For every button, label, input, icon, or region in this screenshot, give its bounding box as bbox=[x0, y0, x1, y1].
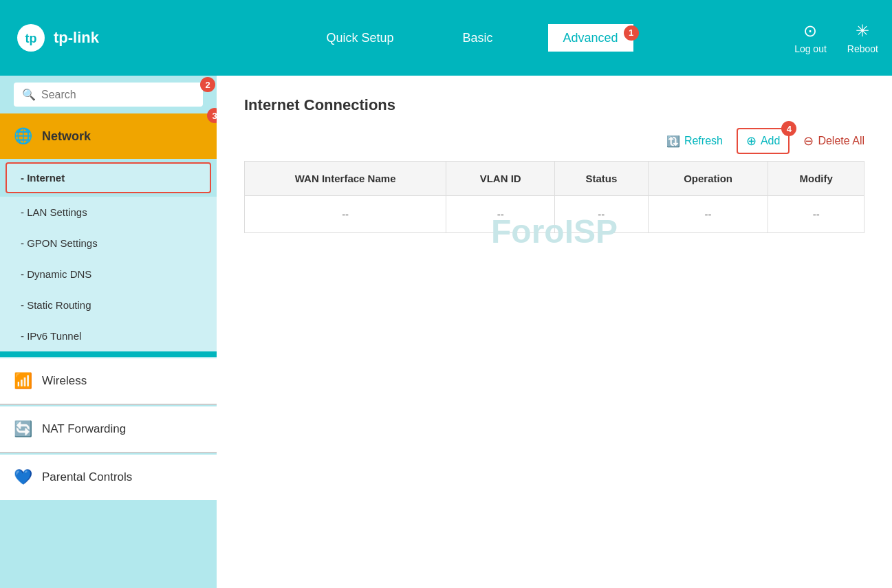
header: tp tp-link Quick Setup Basic Advanced 1 … bbox=[0, 0, 892, 76]
refresh-label: Refresh bbox=[684, 135, 723, 147]
badge-add: 4 bbox=[781, 121, 796, 136]
sidebar-subitem-gpon[interactable]: - GPON Settings bbox=[0, 228, 217, 259]
cell-operation: -- bbox=[648, 196, 768, 233]
sidebar-subitem-ddns[interactable]: - Dynamic DNS bbox=[0, 259, 217, 290]
sidebar-subitem-static-routing[interactable]: - Static Routing bbox=[0, 290, 217, 320]
col-status: Status bbox=[555, 162, 649, 196]
table-body: -- -- -- -- -- bbox=[245, 196, 864, 233]
sidebar-subitem-internet-label: - Internet bbox=[21, 172, 65, 184]
nav-quick-setup[interactable]: Quick Setup bbox=[312, 25, 407, 51]
refresh-button[interactable]: 🔃 Refresh bbox=[666, 135, 723, 148]
sidebar-parental-label: Parental Controls bbox=[42, 470, 132, 484]
sidebar-subitem-ipv6-label: - IPv6 Tunnel bbox=[21, 330, 81, 342]
nav-area: Quick Setup Basic Advanced 1 bbox=[151, 25, 794, 51]
header-actions: ⊙ Log out ✳ Reboot bbox=[794, 21, 878, 54]
sidebar-subitem-internet[interactable]: - Internet bbox=[6, 162, 211, 193]
nat-icon: 🔄 bbox=[14, 420, 32, 438]
reboot-action[interactable]: ✳ Reboot bbox=[847, 21, 878, 54]
sidebar-divider-2 bbox=[0, 404, 217, 405]
tp-link-logo: tp bbox=[14, 21, 48, 55]
sidebar-subitem-ipv6[interactable]: - IPv6 Tunnel bbox=[0, 320, 217, 351]
toolbar: 🔃 Refresh ⊕ Add 4 ⊖ Delete All bbox=[244, 128, 864, 154]
add-icon: ⊕ bbox=[746, 133, 757, 149]
sidebar-item-network[interactable]: 🌐 Network 3 bbox=[0, 113, 217, 159]
sidebar-subitem-lan[interactable]: - LAN Settings bbox=[0, 197, 217, 228]
reboot-label: Reboot bbox=[847, 43, 878, 54]
wireless-icon: 📶 bbox=[14, 372, 32, 390]
logout-action[interactable]: ⊙ Log out bbox=[794, 21, 827, 54]
sidebar-subitem-static-routing-label: - Static Routing bbox=[21, 299, 91, 311]
sidebar-item-parental[interactable]: 💙 Parental Controls bbox=[0, 455, 217, 500]
sidebar-item-nat[interactable]: 🔄 NAT Forwarding bbox=[0, 406, 217, 452]
table-header: WAN Interface Name VLAN ID Status Operat… bbox=[245, 162, 864, 196]
logout-label: Log out bbox=[794, 43, 827, 54]
logo-text: tp-link bbox=[54, 29, 99, 47]
nav-advanced-wrap: Advanced 1 bbox=[548, 31, 633, 45]
sidebar-divider-1 bbox=[0, 351, 217, 357]
sidebar-item-wireless[interactable]: 📶 Wireless bbox=[0, 358, 217, 404]
cell-wan-interface-name: -- bbox=[245, 196, 446, 233]
search-input[interactable] bbox=[41, 89, 195, 101]
main-layout: 🔍 2 🌐 Network 3 - Internet - LAN Setting… bbox=[0, 76, 892, 588]
main-content-wrap: 🔃 Refresh ⊕ Add 4 ⊖ Delete All WAN Inter bbox=[244, 128, 864, 334]
logout-icon: ⊙ bbox=[803, 21, 817, 41]
col-vlan-id: VLAN ID bbox=[446, 162, 555, 196]
delete-icon: ⊖ bbox=[803, 133, 814, 149]
refresh-icon: 🔃 bbox=[666, 135, 680, 148]
globe-icon: 🌐 bbox=[14, 127, 32, 145]
badge-advanced: 1 bbox=[624, 25, 639, 41]
search-wrap: 🔍 2 bbox=[7, 83, 210, 107]
parental-icon: 💙 bbox=[14, 468, 32, 486]
table-row: -- -- -- -- -- bbox=[245, 196, 864, 233]
page-title: Internet Connections bbox=[244, 96, 864, 114]
nav-basic[interactable]: Basic bbox=[449, 25, 507, 51]
sidebar-subitem-gpon-label: - GPON Settings bbox=[21, 237, 98, 249]
cell-modify: -- bbox=[768, 196, 864, 233]
badge-search: 2 bbox=[200, 77, 215, 92]
add-label: Add bbox=[761, 135, 780, 147]
delete-all-button[interactable]: ⊖ Delete All bbox=[803, 133, 864, 149]
sidebar-wireless-label: Wireless bbox=[42, 374, 87, 388]
badge-network: 3 bbox=[207, 108, 217, 123]
main-content: Internet Connections 🔃 Refresh ⊕ Add 4 ⊖… bbox=[217, 76, 892, 588]
sidebar-network-label: Network bbox=[42, 129, 91, 144]
search-box: 🔍 bbox=[14, 83, 203, 107]
sidebar-divider-3 bbox=[0, 452, 217, 453]
internet-connections-table: WAN Interface Name VLAN ID Status Operat… bbox=[244, 161, 864, 233]
sidebar-subitem-lan-label: - LAN Settings bbox=[21, 206, 87, 218]
sidebar-subitem-ddns-label: - Dynamic DNS bbox=[21, 268, 91, 280]
cell-status: -- bbox=[555, 196, 649, 233]
delete-label: Delete All bbox=[818, 135, 864, 147]
sidebar-nat-label: NAT Forwarding bbox=[42, 422, 126, 436]
reboot-icon: ✳ bbox=[856, 21, 869, 41]
sidebar: 🔍 2 🌐 Network 3 - Internet - LAN Setting… bbox=[0, 76, 217, 588]
col-wan-interface-name: WAN Interface Name bbox=[245, 162, 446, 196]
sidebar-section-network: 🌐 Network 3 - Internet - LAN Settings - … bbox=[0, 113, 217, 351]
cell-vlan-id: -- bbox=[446, 196, 555, 233]
table-header-row: WAN Interface Name VLAN ID Status Operat… bbox=[245, 162, 864, 196]
col-operation: Operation bbox=[648, 162, 768, 196]
add-button[interactable]: ⊕ Add 4 bbox=[737, 128, 790, 154]
logo-area: tp tp-link bbox=[14, 21, 151, 55]
search-icon: 🔍 bbox=[22, 88, 36, 101]
col-modify: Modify bbox=[768, 162, 864, 196]
svg-text:tp: tp bbox=[25, 32, 37, 45]
nav-advanced[interactable]: Advanced bbox=[548, 24, 633, 52]
